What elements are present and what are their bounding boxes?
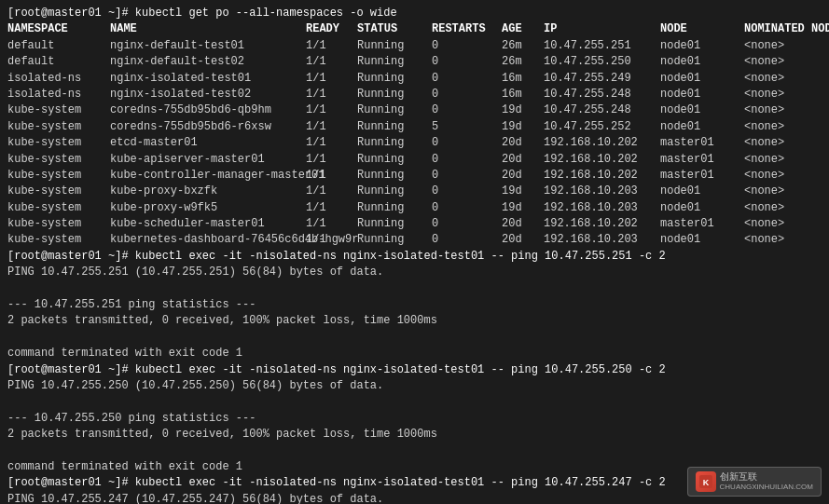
ping-stat-header-1: --- 10.47.255.251 ping statistics --- xyxy=(7,297,822,313)
terminal-window: [root@master01 ~]# kubectl get po --all-… xyxy=(0,0,829,504)
watermark-text: 创新互联 CHUANGXINHUILIAN.COM xyxy=(720,471,813,492)
table-row: kube-systemkube-controller-manager-maste… xyxy=(7,168,822,184)
ping-stat-line-1: 2 packets transmitted, 0 received, 100% … xyxy=(7,313,822,329)
table-row: isolated-nsnginx-isolated-test011/1Runni… xyxy=(7,71,822,87)
table-row: isolated-nsnginx-isolated-test021/1Runni… xyxy=(7,87,822,102)
command-line-3: [root@master01 ~]# kubectl exec -it -nis… xyxy=(7,362,822,378)
ping-stat-header-2: --- 10.47.255.250 ping statistics --- xyxy=(7,411,822,427)
watermark-icon: K xyxy=(696,471,716,492)
table-row: kube-systemcoredns-755db95bd6-qb9hm1/1Ru… xyxy=(7,102,822,118)
table-row: defaultnginx-default-test021/1Running026… xyxy=(7,54,822,70)
watermark: K 创新互联 CHUANGXINHUILIAN.COM xyxy=(687,467,822,497)
blank-line xyxy=(7,394,822,410)
table-row: kube-systemcoredns-755db95bd6-r6xsw1/1Ru… xyxy=(7,119,822,135)
ping-line-2: PING 10.47.255.250 (10.47.255.250) 56(84… xyxy=(7,378,822,394)
command-line-2: [root@master01 ~]# kubectl exec -it -nis… xyxy=(7,249,822,265)
table-row: defaultnginx-default-test011/1Running026… xyxy=(7,38,822,54)
table-row: kube-systemetcd-master011/1Running020d19… xyxy=(7,135,822,151)
table-row: kube-systemkube-scheduler-master011/1Run… xyxy=(7,216,822,232)
blank-line xyxy=(7,281,822,297)
table-header: NAMESPACENAMEREADYSTATUSRESTARTSAGEIPNOD… xyxy=(7,21,822,37)
svg-text:K: K xyxy=(702,478,709,487)
table-row: kube-systemkube-apiserver-master011/1Run… xyxy=(7,152,822,168)
blank-line xyxy=(7,330,822,346)
ping-stat-line-2: 2 packets transmitted, 0 received, 100% … xyxy=(7,427,822,443)
table-row: kube-systemkube-proxy-bxzfk1/1Running019… xyxy=(7,184,822,199)
ping-line-1: PING 10.47.255.251 (10.47.255.251) 56(84… xyxy=(7,265,822,280)
blank-line xyxy=(7,443,822,459)
table-row: kube-systemkubernetes-dashboard-76456c6d… xyxy=(7,232,822,248)
command-line-1: [root@master01 ~]# kubectl get po --all-… xyxy=(7,6,822,21)
exit-code-1: command terminated with exit code 1 xyxy=(7,346,822,361)
table-row: kube-systemkube-proxy-w9fk51/1Running019… xyxy=(7,200,822,216)
